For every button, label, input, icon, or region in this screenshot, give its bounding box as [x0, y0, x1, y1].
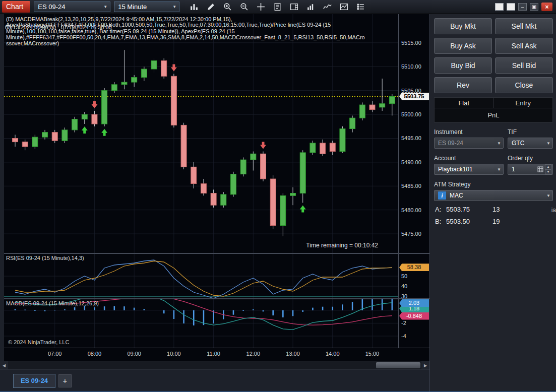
- chevron-down-icon: ▼: [497, 141, 501, 146]
- atm-strategy-value: MAC: [450, 192, 463, 199]
- close-position-button[interactable]: Close: [495, 77, 553, 93]
- atm-strategy-dropdown[interactable]: i MAC ▼: [434, 190, 553, 201]
- macd-signal-badge: -0.848: [399, 312, 429, 320]
- scrollbar-thumb[interactable]: [376, 362, 420, 368]
- macd-pane: MACD(ES 09-24 (15 Minute),12,26,9) © 202…: [4, 299, 429, 348]
- main-chart-canvas[interactable]: (D) MACDEMABreak(2,13,20,10,25,9,7/22/20…: [4, 14, 398, 253]
- crosshair-icon[interactable]: [255, 2, 267, 13]
- scrollbar-track[interactable]: [8, 361, 421, 369]
- order-buttons: Buy Mkt Sell Mkt Buy Ask Sell Ask Buy Bi…: [434, 18, 553, 93]
- sell-ask-button[interactable]: Sell Ask: [495, 38, 553, 54]
- macd-indicator-label: MACD(ES 09-24 (15 Minute),12,26,9): [6, 300, 99, 306]
- bar-timer: Time remaining = 00:10:42: [306, 242, 378, 249]
- qty-spinner: ▲ ▼: [545, 164, 551, 174]
- flat-indicator: Flat: [435, 98, 493, 108]
- macd-diff-badge: 2.03: [399, 299, 429, 307]
- tif-dropdown[interactable]: GTC ▼: [508, 138, 553, 149]
- tif-label: TIF: [508, 128, 553, 136]
- ask-size: 13: [492, 206, 500, 213]
- drawing-tools-icon[interactable]: [205, 2, 217, 13]
- macd-chart-canvas[interactable]: MACD(ES 09-24 (15 Minute),12,26,9) © 202…: [4, 299, 398, 348]
- account-dropdown-value: Playback101: [438, 166, 473, 173]
- chart-column: (D) MACDEMABreak(2,13,20,10,25,9,7/22/20…: [0, 14, 429, 391]
- indicator-overlay-line: Minute),#FFFF6347,#FF00FF00,50,20,4,EMA,…: [6, 34, 365, 40]
- chart-menu-button[interactable]: Chart: [2, 1, 30, 13]
- zoom-in-icon[interactable]: [221, 2, 233, 13]
- toolbar: Chart ES 09-24 ▼ 15 Minute ▼ – ▣: [0, 0, 556, 14]
- close-button[interactable]: ×: [541, 3, 552, 11]
- qty-decrement-button[interactable]: ▼: [545, 169, 551, 174]
- instrument-label: Instrument: [434, 128, 504, 136]
- pnl-display: PnL: [434, 108, 553, 122]
- bid-label: B:: [435, 218, 446, 225]
- bid-size: 19: [492, 218, 500, 225]
- chevron-down-icon: ▼: [546, 141, 550, 146]
- strategies-icon[interactable]: [338, 2, 350, 13]
- rsi-axis[interactable]: 58.38 504030: [398, 254, 429, 298]
- last-price-marker: 5503.75: [399, 93, 429, 100]
- interval-selector-value: 15 Minute: [118, 3, 147, 11]
- rsi-chart-canvas[interactable]: RSI(ES 09-24 (15 Minute),14,3): [4, 254, 398, 298]
- rsi-pane: RSI(ES 09-24 (15 Minute),14,3) 58.38 504…: [4, 254, 429, 298]
- toolbar-icons: [188, 2, 366, 13]
- indicators-icon[interactable]: [321, 2, 333, 13]
- market-analyzer-icon[interactable]: [304, 2, 317, 13]
- chevron-down-icon: ▼: [99, 5, 107, 9]
- rsi-value-badge: 58.38: [399, 264, 429, 271]
- scroll-right-button[interactable]: ▶: [421, 361, 429, 369]
- macd-axis[interactable]: 2.03 1.18 -0.848 0-2-4: [398, 299, 429, 348]
- zoom-out-icon[interactable]: [238, 2, 250, 13]
- clipped-edge-text: ia: [551, 207, 556, 214]
- ask-label: A:: [435, 206, 446, 213]
- window-controls: – ▣ ×: [495, 3, 552, 11]
- buy-bid-button[interactable]: Buy Bid: [434, 57, 492, 74]
- tab-bar: ES 09-24 +: [0, 369, 429, 391]
- qty-grid-icon: [537, 166, 543, 172]
- instrument-selector[interactable]: ES 09-24 ▼: [34, 2, 110, 12]
- qty-increment-button[interactable]: ▲: [545, 164, 551, 169]
- chart-scrollbar: ◀ ▶: [0, 361, 429, 369]
- bid-price: 5503.50: [446, 218, 492, 225]
- interval-selector[interactable]: 15 Minute ▼: [114, 2, 179, 12]
- scroll-left-button[interactable]: ◀: [0, 361, 8, 369]
- buy-ask-button[interactable]: Buy Ask: [434, 38, 492, 54]
- tab-es-09-24[interactable]: ES 09-24: [13, 374, 55, 388]
- reverse-button[interactable]: Rev: [434, 77, 492, 93]
- instrument-link-icon[interactable]: [495, 3, 504, 11]
- price-axis[interactable]: 5503.75 5515.005510.005505.005500.005495…: [398, 14, 429, 253]
- position-state-row: Flat Entry: [434, 97, 553, 108]
- info-icon: i: [438, 191, 446, 200]
- data-series-icon[interactable]: [271, 2, 283, 13]
- instrument-dropdown-value: ES 09-24: [438, 140, 463, 147]
- order-qty-value: 1: [512, 166, 537, 173]
- order-qty-label: Order qty: [508, 155, 553, 162]
- ask-price: 5503.75: [446, 206, 492, 213]
- interval-link-icon[interactable]: [507, 3, 515, 11]
- account-dropdown[interactable]: Playback101 ▼: [434, 164, 504, 175]
- indicator-overlay-line: Minute),100,100,100,false,false,true), B…: [6, 28, 235, 34]
- ninjatrader-chart-window: Chart ES 09-24 ▼ 15 Minute ▼ – ▣: [0, 0, 556, 392]
- properties-icon[interactable]: [354, 2, 366, 13]
- order-qty-stepper[interactable]: 1 ▲ ▼: [508, 164, 553, 175]
- main-price-pane: (D) MACDEMABreak(2,13,20,10,25,9,7/22/20…: [4, 14, 429, 253]
- tif-dropdown-value: GTC: [512, 140, 524, 147]
- add-tab-button[interactable]: +: [58, 374, 72, 387]
- chevron-down-icon: ▼: [546, 193, 550, 198]
- entry-indicator: Entry: [493, 98, 553, 108]
- instrument-dropdown[interactable]: ES 09-24 ▼: [434, 138, 504, 149]
- chevron-down-icon: ▼: [168, 5, 176, 9]
- buy-market-button[interactable]: Buy Mkt: [434, 18, 492, 34]
- sell-bid-button[interactable]: Sell Bid: [495, 57, 553, 74]
- chart-trader-icon[interactable]: [288, 2, 300, 13]
- bid-row: B: 5503.50 19: [434, 218, 553, 225]
- rsi-indicator-label: RSI(ES 09-24 (15 Minute),14,3): [6, 255, 84, 261]
- minimize-button[interactable]: –: [518, 3, 527, 11]
- sell-market-button[interactable]: Sell Mkt: [495, 18, 553, 34]
- copyright-text: © 2024 NinjaTrader, LLC: [8, 339, 69, 345]
- chart-style-icon[interactable]: [188, 2, 200, 13]
- ask-row: A: 5503.75 13: [434, 206, 553, 213]
- restore-button[interactable]: ▣: [530, 3, 538, 11]
- atm-strategy-label: ATM Strategy: [434, 181, 504, 188]
- chart-trader-panel: Buy Mkt Sell Mkt Buy Ask Sell Ask Buy Bi…: [429, 14, 556, 391]
- time-axis[interactable]: 07:0008:0009:0010:0011:0012:0013:0014:00…: [4, 348, 429, 361]
